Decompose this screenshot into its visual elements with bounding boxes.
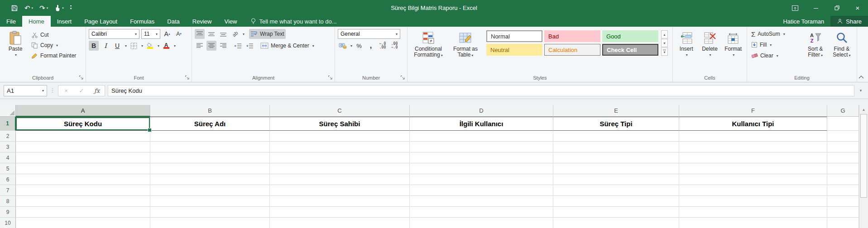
restore-button[interactable] (826, 0, 847, 16)
scroll-up-button[interactable]: ▲ (859, 105, 868, 114)
style-check-cell[interactable]: Check Cell (602, 44, 658, 56)
fill-color-dropdown[interactable]: ▾ (158, 44, 159, 48)
cell-G8[interactable] (827, 196, 859, 207)
styles-more-button[interactable]: ▼ (661, 48, 668, 56)
copy-button[interactable]: Copy ▾ (30, 40, 77, 50)
row-header-2[interactable]: 2 (0, 131, 16, 142)
cell-B5[interactable] (150, 163, 270, 174)
cell-D10[interactable] (410, 218, 553, 228)
cell-F2[interactable] (679, 131, 827, 142)
touch-mouse-mode-button[interactable]: ▾ (54, 5, 64, 12)
column-header-F[interactable]: F (679, 105, 827, 117)
cell-A6[interactable] (16, 174, 150, 185)
cell-D1[interactable]: İlgili Kullanıcı (410, 117, 553, 131)
cell-E8[interactable] (553, 196, 679, 207)
redo-dropdown[interactable]: ▾ (47, 6, 48, 10)
font-size-dropdown[interactable]: ▾ (156, 32, 158, 36)
formula-input[interactable]: Süreç Kodu (108, 85, 854, 96)
cell-G6[interactable] (827, 174, 859, 185)
cell-D8[interactable] (410, 196, 553, 207)
column-header-C[interactable]: C (270, 105, 410, 117)
cell-C6[interactable] (270, 174, 410, 185)
wrap-text-button[interactable]: Wrap Text (249, 29, 286, 39)
increase-font-size-button[interactable]: A▴ (162, 29, 172, 39)
cell-D9[interactable] (410, 207, 553, 218)
customize-qat-button[interactable]: ▾ (70, 5, 72, 10)
ribbon-display-options-button[interactable] (785, 0, 806, 16)
row-header-5[interactable]: 5 (0, 163, 16, 174)
bold-button[interactable]: B (89, 41, 99, 51)
merge-center-button[interactable]: Merge & Center ▾ (259, 41, 316, 51)
cell-B4[interactable] (150, 152, 270, 163)
decrease-indent-button[interactable] (233, 41, 243, 51)
cell-F10[interactable] (679, 218, 827, 228)
tab-page-layout[interactable]: Page Layout (78, 16, 124, 27)
fill-button[interactable]: Fill ▾ (750, 40, 801, 50)
font-family-dropdown[interactable]: ▾ (135, 32, 137, 36)
cell-C2[interactable] (270, 131, 410, 142)
sort-filter-dropdown[interactable]: ▾ (821, 53, 823, 57)
insert-function-button[interactable]: ƒx (89, 87, 105, 94)
style-good[interactable]: Good (602, 30, 658, 42)
style-bad[interactable]: Bad (544, 30, 600, 42)
delete-cells-button[interactable]: Delete ▾ (699, 29, 721, 59)
cell-D2[interactable] (410, 131, 553, 142)
cell-E1[interactable]: Süreç Tipi (553, 117, 679, 131)
row-header-6[interactable]: 6 (0, 174, 16, 185)
decrease-decimal-button[interactable]: .00→.0 (389, 41, 399, 51)
format-cells-dropdown[interactable]: ▾ (733, 52, 734, 58)
decrease-font-size-button[interactable]: A▾ (174, 29, 184, 39)
font-family-combo[interactable]: Calibri ▾ (89, 29, 139, 39)
collapse-ribbon-button[interactable] (858, 74, 864, 80)
cell-C4[interactable] (270, 152, 410, 163)
font-color-button[interactable]: A (161, 41, 171, 51)
find-select-dropdown[interactable]: ▾ (849, 53, 851, 57)
format-as-table-dropdown[interactable]: ▾ (471, 53, 473, 57)
row-header-4[interactable]: 4 (0, 152, 16, 163)
cell-G4[interactable] (827, 152, 859, 163)
styles-scroll-down-button[interactable]: ▼ (661, 39, 668, 47)
cell-B8[interactable] (150, 196, 270, 207)
align-right-button[interactable] (218, 41, 228, 51)
top-align-button[interactable] (195, 29, 205, 39)
undo-dropdown[interactable]: ▾ (32, 6, 34, 10)
cell-C5[interactable] (270, 163, 410, 174)
conditional-formatting-button[interactable]: ≠ Conditional Formatting▾ (410, 29, 446, 59)
tab-file[interactable]: File (0, 16, 22, 27)
cell-F4[interactable] (679, 152, 827, 163)
cell-F7[interactable] (679, 185, 827, 196)
cell-E4[interactable] (553, 152, 679, 163)
name-box[interactable]: A1 ▾ (4, 85, 47, 96)
cell-F8[interactable] (679, 196, 827, 207)
font-dialog-launcher[interactable] (185, 75, 190, 80)
cell-A7[interactable] (16, 185, 150, 196)
style-neutral[interactable]: Neutral (486, 44, 542, 56)
fill-color-button[interactable] (145, 41, 155, 51)
cell-B3[interactable] (150, 142, 270, 152)
cell-B7[interactable] (150, 185, 270, 196)
cell-G1[interactable] (827, 117, 859, 131)
cell-C9[interactable] (270, 207, 410, 218)
font-size-combo[interactable]: 11 ▾ (141, 29, 160, 39)
cell-F5[interactable] (679, 163, 827, 174)
cell-B6[interactable] (150, 174, 270, 185)
italic-button[interactable]: I (101, 41, 110, 51)
format-cells-button[interactable]: Format ▾ (722, 29, 744, 59)
row-header-7[interactable]: 7 (0, 185, 16, 196)
save-button[interactable] (11, 5, 18, 12)
column-header-D[interactable]: D (410, 105, 553, 117)
cell-C10[interactable] (270, 218, 410, 228)
cell-E6[interactable] (553, 174, 679, 185)
cell-E5[interactable] (553, 163, 679, 174)
tab-review[interactable]: Review (186, 16, 218, 27)
underline-button[interactable]: U (112, 41, 122, 51)
cell-E7[interactable] (553, 185, 679, 196)
enter-button[interactable]: ✓ (74, 87, 89, 94)
number-format-dropdown[interactable]: ▾ (396, 32, 398, 36)
align-left-button[interactable] (195, 41, 205, 51)
column-header-A[interactable]: A (16, 105, 150, 117)
row-header-10[interactable]: 10 (0, 218, 16, 228)
orientation-button[interactable]: ab (230, 29, 240, 39)
cell-A4[interactable] (16, 152, 150, 163)
accounting-format-button[interactable] (338, 41, 348, 51)
